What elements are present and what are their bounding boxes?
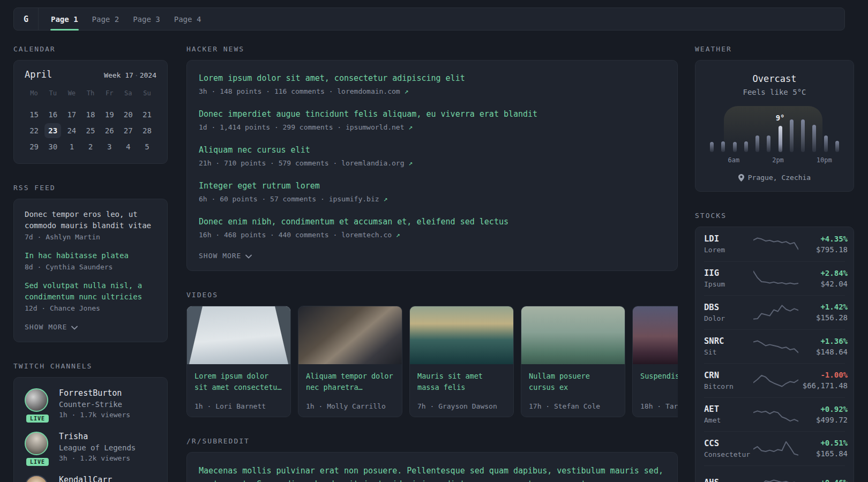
hackernews-item[interactable]: Donec imperdiet augue tincidunt felis al… [199, 108, 665, 131]
rss-item[interactable]: In hac habitasse platea 8d · Cynthia Sau… [25, 250, 156, 271]
stock-ticker[interactable]: DBS [704, 303, 753, 312]
channel-name[interactable]: Trisha [59, 432, 136, 441]
twitch-channel[interactable]: LIVE ForrestBurton Counter-Strike 1h · 1… [25, 388, 156, 419]
calendar-day[interactable]: 17 [63, 107, 80, 122]
calendar-day[interactable]: 15 [26, 107, 42, 122]
stock-row[interactable]: CRN Bitcorn -1.00% $66,171.48 [704, 363, 845, 397]
video-card[interactable]: Mauris sit amet massa felis 7h · Grayson… [409, 306, 514, 417]
rss-item-title[interactable]: Donec tempor eros leo, ut commodo mauris… [25, 209, 156, 231]
tab-page-4[interactable]: Page 4 [167, 8, 208, 30]
stock-ticker[interactable]: AET [704, 404, 753, 414]
stock-ticker[interactable]: IIG [704, 268, 753, 278]
stock-values: +4.35% $795.18 [798, 235, 848, 254]
calendar-day[interactable]: 22 [26, 123, 42, 138]
rss-item[interactable]: Sed volutpat nulla nisl, a condimentum n… [25, 280, 156, 312]
rss-item-title[interactable]: In hac habitasse platea [25, 250, 156, 261]
rss-section-label: RSS FEED [13, 184, 168, 192]
hackernews-item-domain[interactable]: loremtech.co [341, 231, 392, 239]
calendar-day[interactable]: 27 [120, 123, 137, 138]
video-thumbnail[interactable] [521, 306, 625, 364]
stock-name: Sit [704, 348, 753, 356]
stock-row[interactable]: IIG Ipsum +2.84% $42.04 [704, 261, 845, 296]
twitch-channel[interactable]: LIVE Trisha League of Legends 3h · 1.2k … [25, 432, 156, 462]
stock-ticker[interactable]: SNRC [704, 336, 753, 346]
calendar-day[interactable]: 16 [44, 107, 61, 122]
app-logo[interactable]: G [14, 8, 39, 30]
stock-row[interactable]: SNRC Sit +1.36% $148.64 [704, 329, 845, 364]
stock-row[interactable]: CCS Consectetur +0.51% $165.84 [704, 431, 845, 465]
video-card[interactable]: Lorem ipsum dolor sit amet consectetu… 1… [186, 306, 291, 417]
video-thumbnail[interactable] [187, 306, 290, 364]
stock-ticker[interactable]: CCS [704, 439, 753, 448]
stock-row[interactable]: AHS +0.46% [704, 465, 845, 482]
stock-row[interactable]: AET Amet +0.92% $499.72 [704, 397, 845, 432]
twitch-channel[interactable]: KendallCarr [25, 475, 156, 482]
rss-show-more-button[interactable]: SHOW MORE [25, 323, 156, 331]
video-title[interactable]: Nullam posuere cursus ex [529, 371, 617, 393]
channel-avatar[interactable] [25, 432, 48, 455]
calendar-day[interactable]: 1 [63, 139, 80, 154]
calendar-day[interactable]: 25 [82, 123, 99, 138]
stock-ticker[interactable]: CRN [704, 371, 753, 380]
hackernews-item-domain[interactable]: loremdomain.com [337, 87, 400, 95]
channel-avatar[interactable] [25, 475, 48, 482]
calendar-day[interactable]: 18 [82, 107, 99, 122]
calendar-day[interactable]: 3 [101, 139, 118, 154]
stock-ticker[interactable]: AHS [704, 478, 753, 482]
stock-row[interactable]: LDI Lorem +4.35% $795.18 [704, 227, 845, 261]
hackernews-item[interactable]: Lorem ipsum dolor sit amet, consectetur … [199, 72, 665, 95]
calendar-day[interactable]: 20 [120, 107, 137, 122]
channel-category[interactable]: Counter-Strike [59, 400, 130, 409]
video-title[interactable]: Aliquam tempor dolor nec pharetra… [306, 371, 394, 393]
hackernews-item[interactable]: Aliquam nec cursus elit 21h · 710 points… [199, 144, 665, 167]
hackernews-item-title[interactable]: Aliquam nec cursus elit [199, 144, 665, 156]
channel-name[interactable]: ForrestBurton [59, 388, 130, 398]
calendar-day[interactable]: 4 [120, 139, 137, 154]
channel-name[interactable]: KendallCarr [59, 475, 112, 482]
video-title[interactable]: Lorem ipsum dolor sit amet consectetu… [194, 371, 283, 393]
stock-price: $66,171.48 [798, 381, 848, 390]
weather-axis-slot [739, 156, 750, 164]
hackernews-item-title[interactable]: Donec enim nibh, condimentum et accumsan… [199, 216, 665, 228]
video-title[interactable]: Mauris sit amet massa felis [417, 371, 506, 393]
rss-item-title[interactable]: Sed volutpat nulla nisl, a condimentum n… [25, 280, 156, 303]
subreddit-post-title[interactable]: Maecenas mollis pulvinar erat non posuer… [199, 464, 665, 482]
hackernews-item-title[interactable]: Donec imperdiet augue tincidunt felis al… [199, 108, 665, 120]
subreddit-post[interactable]: Maecenas mollis pulvinar erat non posuer… [199, 464, 665, 482]
calendar-day[interactable]: 30 [44, 139, 61, 154]
hackernews-item-title[interactable]: Integer eget rutrum lorem [199, 180, 665, 192]
hackernews-item-domain[interactable]: ipsumify.biz [329, 195, 379, 203]
video-card[interactable]: Suspendisse diam 18h · Tara [632, 306, 678, 417]
calendar-day[interactable]: 21 [139, 107, 155, 122]
video-thumbnail[interactable] [298, 306, 402, 364]
calendar-day-selected[interactable]: 23 [44, 123, 61, 138]
hackernews-item[interactable]: Integer eget rutrum lorem 6h · 60 points… [199, 180, 665, 203]
video-card-body: Mauris sit amet massa felis 7h · Grayson… [410, 364, 513, 417]
hackernews-item-domain[interactable]: loremlandia.org [341, 159, 404, 167]
tab-page-1[interactable]: Page 1 [44, 8, 85, 30]
calendar-day[interactable]: 24 [63, 123, 80, 138]
video-thumbnail[interactable] [410, 306, 513, 364]
channel-avatar[interactable] [25, 388, 48, 412]
rss-item-meta: 12d · Chance Jones [25, 304, 156, 312]
calendar-day[interactable]: 5 [139, 139, 155, 154]
calendar-day[interactable]: 28 [139, 123, 155, 138]
calendar-day[interactable]: 26 [101, 123, 118, 138]
hackernews-item-title[interactable]: Lorem ipsum dolor sit amet, consectetur … [199, 72, 665, 84]
calendar-day[interactable]: 19 [101, 107, 118, 122]
rss-item[interactable]: Donec tempor eros leo, ut commodo mauris… [25, 209, 156, 241]
video-thumbnail[interactable] [633, 306, 678, 364]
tab-page-2[interactable]: Page 2 [85, 8, 126, 30]
video-title[interactable]: Suspendisse diam [640, 371, 678, 393]
video-card[interactable]: Nullam posuere cursus ex 17h · Stefan Co… [521, 306, 625, 417]
stock-ticker[interactable]: LDI [704, 234, 753, 244]
calendar-day[interactable]: 29 [26, 139, 42, 154]
hackernews-show-more-button[interactable]: SHOW MORE [199, 252, 665, 260]
video-card[interactable]: Aliquam tempor dolor nec pharetra… 1h · … [298, 306, 402, 417]
calendar-day[interactable]: 2 [82, 139, 99, 154]
channel-category[interactable]: League of Legends [59, 443, 136, 452]
hackernews-item[interactable]: Donec enim nibh, condimentum et accumsan… [199, 216, 665, 239]
hackernews-item-domain[interactable]: ipsumworld.net [346, 123, 405, 131]
stock-row[interactable]: DBS Dolor +1.42% $156.28 [704, 295, 845, 329]
tab-page-3[interactable]: Page 3 [126, 8, 167, 30]
